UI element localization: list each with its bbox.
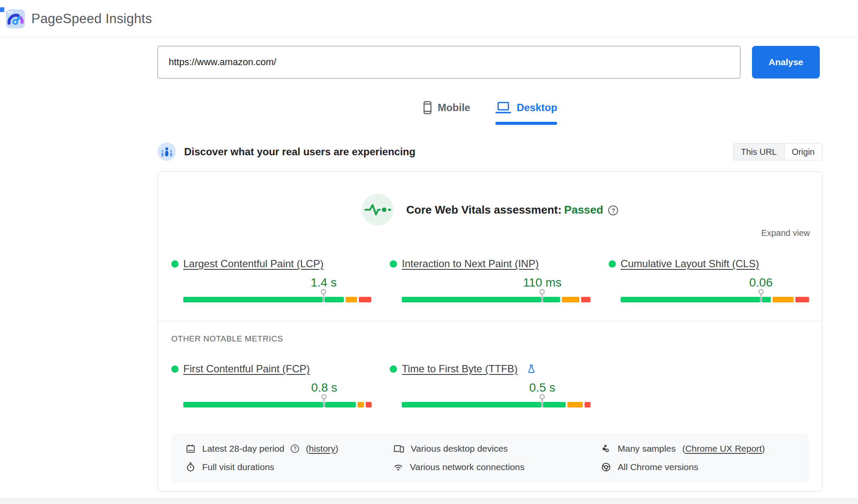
bar-segment-good: [183, 402, 323, 407]
bar-segment-good: [183, 297, 323, 302]
percentile-marker-pin: [542, 293, 543, 302]
metric-inp: Interaction to Next Paint (INP) 110 ms: [390, 258, 590, 302]
bar-segment-good: [324, 297, 344, 302]
history-link[interactable]: history: [309, 444, 335, 453]
bar-segment-good: [402, 297, 541, 302]
scope-origin-button[interactable]: Origin: [785, 144, 822, 160]
chrome-versions-row: All Chrome versions: [601, 462, 809, 472]
metric-cls: Cumulative Layout Shift (CLS) 0.06: [609, 258, 809, 302]
bar-segment-ni: [562, 297, 579, 302]
bar-segment-poor: [366, 402, 372, 407]
devices-icon: [393, 444, 404, 454]
visit-durations-row: Full visit durations: [185, 462, 393, 472]
metric-fcp-link[interactable]: First Contentful Paint (FCP): [183, 363, 310, 375]
metric-ttfb-link[interactable]: Time to First Byte (TTFB): [402, 363, 518, 375]
tab-mobile[interactable]: Mobile: [423, 101, 470, 125]
collection-period-text: Latest 28-day period: [202, 444, 284, 454]
url-input[interactable]: [158, 46, 740, 78]
assessment-label: Core Web Vitals assessment:: [406, 203, 562, 216]
samples-text: Many samples: [618, 444, 676, 454]
collection-period-row: Latest 28-day period ? (history): [185, 444, 393, 454]
metric-fcp-value: 0.8 s: [311, 381, 337, 395]
metric-ttfb-value: 0.5 s: [529, 381, 555, 395]
bar-segment-good: [325, 402, 356, 407]
pagespeed-insights-page: PageSpeed Insights Analyse Mobile: [0, 0, 858, 504]
visit-durations-text: Full visit durations: [202, 462, 274, 472]
assessment-result: Passed: [564, 203, 603, 216]
app-title[interactable]: PageSpeed Insights: [31, 11, 152, 27]
metric-cls-link[interactable]: Cumulative Layout Shift (CLS): [621, 258, 759, 270]
metric-lcp-value: 1.4 s: [311, 276, 337, 290]
bar-segment-good: [402, 402, 541, 407]
experimental-flask-icon: [527, 364, 536, 374]
bar-segment-good: [543, 402, 566, 407]
metric-ttfb: Time to First Byte (TTFB) 0.5 s: [390, 363, 590, 407]
devices-row: Various desktop devices: [393, 444, 601, 454]
field-data-section-header: Discover what your real users are experi…: [158, 142, 822, 161]
metric-inp-link[interactable]: Interaction to Next Paint (INP): [402, 258, 539, 270]
scope-toggle: This URL Origin: [733, 143, 822, 160]
field-data-card: Core Web Vitals assessment:Passed? Expan…: [158, 171, 822, 492]
percentile-marker-pin: [761, 293, 761, 302]
other-metrics-heading: OTHER NOTABLE METRICS: [171, 334, 822, 344]
url-bar: Analyse: [158, 46, 822, 78]
analyse-button[interactable]: Analyse: [752, 46, 820, 78]
bar-segment-ni: [773, 297, 794, 302]
stopwatch-icon: [185, 462, 196, 472]
desktop-icon: [495, 101, 511, 115]
bar-segment-ni: [567, 402, 583, 407]
percentile-marker-pin: [542, 398, 543, 407]
bar-segment-ni: [346, 297, 357, 302]
metric-lcp-distribution: 1.4 s: [183, 275, 372, 302]
cwv-assessment: Core Web Vitals assessment:Passed?: [158, 194, 822, 226]
metric-inp-distribution: 110 ms: [402, 275, 590, 302]
period-help-icon[interactable]: ?: [291, 444, 299, 453]
network-icon: [393, 462, 403, 472]
collection-details-panel: Latest 28-day period ? (history): [171, 434, 809, 483]
tab-mobile-label: Mobile: [438, 102, 470, 114]
metric-fcp: First Contentful Paint (FCP) 0.8 s: [171, 363, 372, 407]
mobile-icon: [423, 101, 432, 115]
assessment-help-icon[interactable]: ?: [608, 205, 618, 215]
samples-row: Many samples (Chrome UX Report): [601, 444, 809, 454]
metric-cls-value: 0.06: [749, 276, 773, 290]
history-link-wrap: (history): [306, 444, 338, 454]
app-header: PageSpeed Insights: [0, 0, 858, 38]
bar-segment-poor: [795, 297, 809, 302]
bar-segment-good: [621, 297, 760, 302]
metric-status-dot: [609, 260, 616, 268]
crux-link-wrap: (Chrome UX Report): [682, 444, 765, 454]
devices-text: Various desktop devices: [411, 444, 508, 454]
other-metrics-grid: First Contentful Paint (FCP) 0.8 s Time …: [171, 363, 809, 407]
percentile-marker-pin: [324, 398, 324, 407]
bar-segment-ni: [358, 402, 364, 407]
real-users-icon: [158, 142, 176, 161]
metric-status-dot: [171, 260, 179, 268]
network-row: Various network connections: [393, 462, 601, 472]
metric-lcp-link[interactable]: Largest Contentful Paint (LCP): [183, 258, 324, 270]
corner-artifact: [0, 7, 4, 12]
next-section-edge: [0, 498, 858, 504]
scope-this-url-button[interactable]: This URL: [734, 144, 784, 160]
chrome-ux-report-link[interactable]: Chrome UX Report: [685, 444, 762, 453]
metric-ttfb-distribution: 0.5 s: [402, 380, 590, 407]
expand-view-button[interactable]: Expand view: [761, 228, 810, 238]
calendar-icon: [185, 444, 196, 454]
tab-desktop[interactable]: Desktop: [495, 101, 558, 125]
section-title: Discover what your real users are experi…: [184, 146, 415, 158]
assessment-text: Core Web Vitals assessment:Passed?: [406, 203, 618, 217]
pagespeed-logo-icon[interactable]: [6, 9, 25, 28]
percentile-marker-pin: [323, 293, 324, 302]
chrome-versions-text: All Chrome versions: [618, 462, 698, 472]
metric-status-dot: [390, 365, 397, 373]
active-tab-underline: [495, 122, 558, 125]
expand-view-row: Expand view: [158, 228, 810, 238]
chrome-icon: [601, 462, 611, 472]
metric-cls-distribution: 0.06: [621, 275, 809, 302]
core-metrics-grid: Largest Contentful Paint (LCP) 1.4 s Int…: [171, 258, 809, 302]
card-divider: [158, 321, 822, 321]
network-text: Various network connections: [410, 462, 525, 472]
metric-inp-value: 110 ms: [523, 276, 562, 290]
bar-segment-poor: [585, 402, 590, 407]
metric-lcp: Largest Contentful Paint (LCP) 1.4 s: [171, 258, 372, 302]
